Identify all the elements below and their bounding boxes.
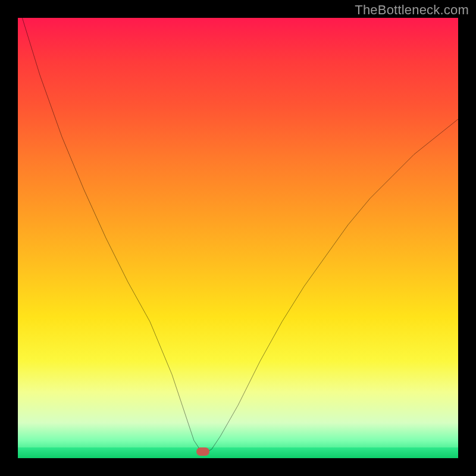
optimal-marker	[196, 447, 209, 456]
bottleneck-curve	[18, 18, 458, 458]
plot-area	[18, 18, 458, 458]
watermark-text: TheBottleneck.com	[355, 2, 469, 18]
chart-frame: TheBottleneck.com	[0, 0, 476, 476]
